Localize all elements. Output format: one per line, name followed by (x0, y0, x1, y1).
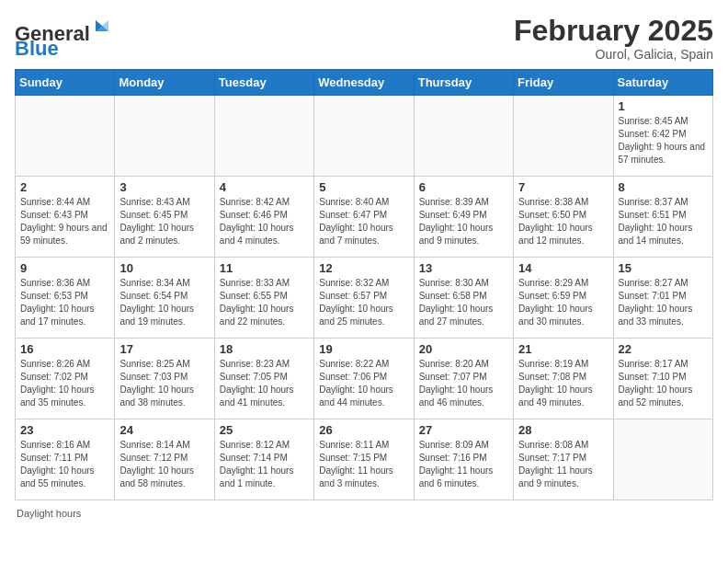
day-info: Sunrise: 8:32 AM Sunset: 6:57 PM Dayligh… (319, 277, 408, 328)
calendar-cell: 11Sunrise: 8:33 AM Sunset: 6:55 PM Dayli… (214, 258, 313, 339)
column-header-monday: Monday (115, 70, 214, 96)
calendar-cell: 8Sunrise: 8:37 AM Sunset: 6:51 PM Daylig… (613, 177, 712, 258)
day-info: Sunrise: 8:09 AM Sunset: 7:16 PM Dayligh… (419, 439, 508, 490)
footer: Daylight hours (15, 508, 713, 519)
day-number: 17 (119, 342, 209, 356)
day-info: Sunrise: 8:22 AM Sunset: 7:06 PM Dayligh… (319, 358, 408, 409)
day-info: Sunrise: 8:45 AM Sunset: 6:42 PM Dayligh… (619, 115, 708, 167)
calendar-cell (214, 96, 313, 177)
calendar-cell: 16Sunrise: 8:26 AM Sunset: 7:02 PM Dayli… (16, 339, 115, 419)
column-header-wednesday: Wednesday (314, 70, 414, 96)
day-number: 5 (319, 180, 408, 194)
calendar-cell: 5Sunrise: 8:40 AM Sunset: 6:47 PM Daylig… (314, 177, 414, 258)
calendar-cell: 27Sunrise: 8:09 AM Sunset: 7:16 PM Dayli… (414, 419, 513, 500)
day-info: Sunrise: 8:17 AM Sunset: 7:10 PM Dayligh… (619, 358, 708, 409)
day-number: 20 (419, 342, 508, 356)
day-number: 3 (119, 180, 209, 194)
day-info: Sunrise: 8:29 AM Sunset: 6:59 PM Dayligh… (518, 277, 608, 328)
calendar-cell (115, 96, 214, 177)
day-number: 18 (220, 342, 309, 356)
calendar-cell: 12Sunrise: 8:32 AM Sunset: 6:57 PM Dayli… (314, 258, 414, 339)
column-header-sunday: Sunday (16, 70, 115, 96)
day-info: Sunrise: 8:25 AM Sunset: 7:03 PM Dayligh… (119, 358, 209, 409)
day-info: Sunrise: 8:27 AM Sunset: 7:01 PM Dayligh… (619, 277, 708, 328)
calendar-cell: 26Sunrise: 8:11 AM Sunset: 7:15 PM Dayli… (314, 419, 414, 500)
week-row-1: 1Sunrise: 8:45 AM Sunset: 6:42 PM Daylig… (16, 96, 713, 177)
day-info: Sunrise: 8:23 AM Sunset: 7:05 PM Dayligh… (220, 358, 309, 409)
calendar-cell: 6Sunrise: 8:39 AM Sunset: 6:49 PM Daylig… (414, 177, 513, 258)
day-number: 27 (419, 423, 508, 437)
calendar-cell (314, 96, 414, 177)
calendar-cell: 13Sunrise: 8:30 AM Sunset: 6:58 PM Dayli… (414, 258, 513, 339)
day-number: 12 (319, 261, 408, 275)
calendar-cell (514, 96, 613, 177)
day-info: Sunrise: 8:44 AM Sunset: 6:43 PM Dayligh… (20, 196, 109, 247)
day-info: Sunrise: 8:39 AM Sunset: 6:49 PM Dayligh… (419, 196, 508, 247)
day-number: 4 (220, 180, 309, 194)
calendar-cell: 24Sunrise: 8:14 AM Sunset: 7:12 PM Dayli… (115, 419, 214, 500)
day-info: Sunrise: 8:36 AM Sunset: 6:53 PM Dayligh… (20, 277, 109, 328)
calendar-cell: 19Sunrise: 8:22 AM Sunset: 7:06 PM Dayli… (314, 339, 414, 419)
day-number: 21 (518, 342, 608, 356)
calendar-cell: 25Sunrise: 8:12 AM Sunset: 7:14 PM Dayli… (214, 419, 313, 500)
calendar-cell: 2Sunrise: 8:44 AM Sunset: 6:43 PM Daylig… (16, 177, 115, 258)
logo: General Blue (15, 15, 116, 59)
logo-text: General Blue (15, 15, 116, 59)
calendar-cell: 23Sunrise: 8:16 AM Sunset: 7:11 PM Dayli… (16, 419, 115, 500)
calendar-cell: 20Sunrise: 8:20 AM Sunset: 7:07 PM Dayli… (414, 339, 513, 419)
calendar-cell: 14Sunrise: 8:29 AM Sunset: 6:59 PM Dayli… (514, 258, 613, 339)
title-block: February 2025 Ourol, Galicia, Spain (514, 15, 713, 62)
day-number: 25 (220, 423, 309, 437)
day-info: Sunrise: 8:38 AM Sunset: 6:50 PM Dayligh… (518, 196, 608, 247)
day-info: Sunrise: 8:43 AM Sunset: 6:45 PM Dayligh… (119, 196, 209, 247)
week-row-4: 16Sunrise: 8:26 AM Sunset: 7:02 PM Dayli… (16, 339, 713, 419)
day-info: Sunrise: 8:34 AM Sunset: 6:54 PM Dayligh… (119, 277, 209, 328)
calendar-subtitle: Ourol, Galicia, Spain (514, 47, 713, 62)
header: General Blue February 2025 Ourol, Galici… (15, 15, 713, 62)
day-info: Sunrise: 8:26 AM Sunset: 7:02 PM Dayligh… (20, 358, 109, 409)
day-number: 28 (518, 423, 608, 437)
calendar-cell: 7Sunrise: 8:38 AM Sunset: 6:50 PM Daylig… (514, 177, 613, 258)
calendar-cell: 18Sunrise: 8:23 AM Sunset: 7:05 PM Dayli… (214, 339, 313, 419)
day-number: 2 (20, 180, 109, 194)
column-header-tuesday: Tuesday (214, 70, 313, 96)
day-info: Sunrise: 8:19 AM Sunset: 7:08 PM Dayligh… (518, 358, 608, 409)
calendar-cell: 10Sunrise: 8:34 AM Sunset: 6:54 PM Dayli… (115, 258, 214, 339)
day-info: Sunrise: 8:40 AM Sunset: 6:47 PM Dayligh… (319, 196, 408, 247)
calendar-header: SundayMondayTuesdayWednesdayThursdayFrid… (16, 70, 713, 96)
day-number: 11 (220, 261, 309, 275)
day-number: 22 (619, 342, 708, 356)
week-row-5: 23Sunrise: 8:16 AM Sunset: 7:11 PM Dayli… (16, 419, 713, 500)
day-number: 6 (419, 180, 508, 194)
calendar-table: SundayMondayTuesdayWednesdayThursdayFrid… (15, 69, 713, 500)
column-header-thursday: Thursday (414, 70, 513, 96)
calendar-cell: 21Sunrise: 8:19 AM Sunset: 7:08 PM Dayli… (514, 339, 613, 419)
day-number: 8 (619, 180, 708, 194)
day-number: 24 (119, 423, 209, 437)
calendar-cell: 22Sunrise: 8:17 AM Sunset: 7:10 PM Dayli… (613, 339, 712, 419)
day-number: 1 (619, 99, 708, 113)
day-info: Sunrise: 8:33 AM Sunset: 6:55 PM Dayligh… (220, 277, 309, 328)
day-number: 16 (20, 342, 109, 356)
calendar-cell: 15Sunrise: 8:27 AM Sunset: 7:01 PM Dayli… (613, 258, 712, 339)
daylight-label: Daylight hours (17, 508, 81, 519)
day-number: 10 (119, 261, 209, 275)
day-number: 14 (518, 261, 608, 275)
svg-text:Blue: Blue (15, 37, 59, 55)
calendar-cell (613, 419, 712, 500)
page: General Blue February 2025 Ourol, Galici… (0, 0, 728, 563)
calendar-title: February 2025 (514, 15, 713, 47)
day-info: Sunrise: 8:14 AM Sunset: 7:12 PM Dayligh… (119, 439, 209, 490)
calendar-cell: 28Sunrise: 8:08 AM Sunset: 7:17 PM Dayli… (514, 419, 613, 500)
calendar-cell: 9Sunrise: 8:36 AM Sunset: 6:53 PM Daylig… (16, 258, 115, 339)
day-info: Sunrise: 8:20 AM Sunset: 7:07 PM Dayligh… (419, 358, 508, 409)
day-number: 9 (20, 261, 109, 275)
day-number: 7 (518, 180, 608, 194)
calendar-cell (16, 96, 115, 177)
column-header-saturday: Saturday (613, 70, 712, 96)
day-info: Sunrise: 8:16 AM Sunset: 7:11 PM Dayligh… (20, 439, 109, 490)
calendar-cell: 4Sunrise: 8:42 AM Sunset: 6:46 PM Daylig… (214, 177, 313, 258)
day-info: Sunrise: 8:11 AM Sunset: 7:15 PM Dayligh… (319, 439, 408, 490)
calendar-body: 1Sunrise: 8:45 AM Sunset: 6:42 PM Daylig… (16, 96, 713, 500)
day-info: Sunrise: 8:42 AM Sunset: 6:46 PM Dayligh… (220, 196, 309, 247)
